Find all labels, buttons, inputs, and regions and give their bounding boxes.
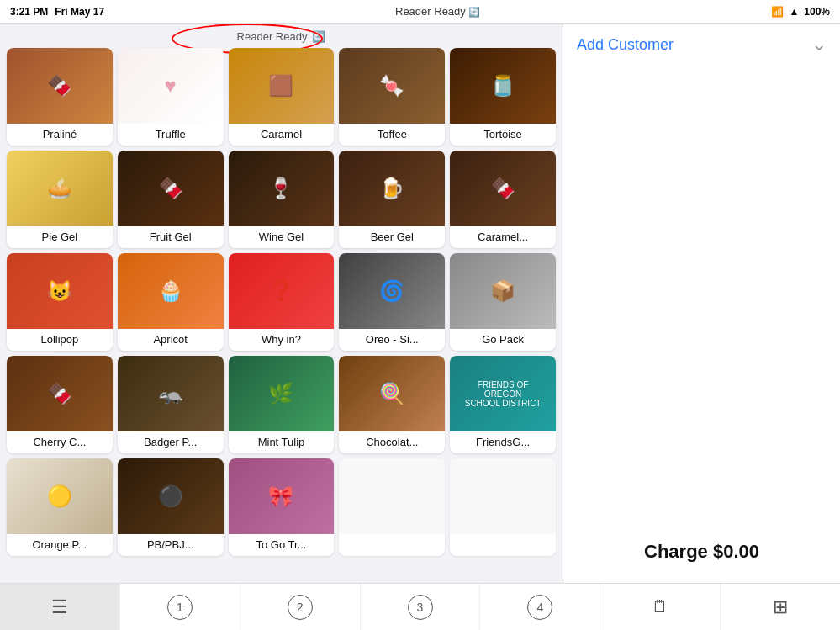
product-image-tortoise: 🫙 bbox=[450, 48, 556, 124]
status-bar: 3:21 PM Fri May 17 Reader Ready 🔄 📶 ▲ 10… bbox=[0, 0, 840, 24]
product-image-badger: 🦡 bbox=[118, 356, 224, 431]
product-card-friends[interactable]: FRIENDS OFOREGONSCHOOL DISTRICTFriendsG.… bbox=[450, 356, 556, 453]
charge-button[interactable]: Charge $0.00 bbox=[577, 531, 827, 573]
product-label-caramel: Caramel bbox=[229, 124, 335, 146]
nav-tab-2[interactable]: 2 bbox=[240, 584, 361, 630]
tab-circle-4: 4 bbox=[527, 595, 552, 620]
product-card-lollipop[interactable]: 😺Lollipop bbox=[7, 253, 113, 351]
product-card-togo-tr[interactable]: 🎀To Go Tr... bbox=[229, 458, 335, 556]
product-label-friends: FriendsG... bbox=[450, 431, 556, 453]
empty-slot-24 bbox=[450, 458, 556, 556]
product-card-gopack[interactable]: 📦Go Pack bbox=[450, 253, 556, 351]
product-label-beer-gel: Beer Gel bbox=[339, 226, 445, 248]
product-image-lollipop: 😺 bbox=[7, 253, 113, 329]
product-label-togo-tr: To Go Tr... bbox=[229, 534, 335, 556]
product-card-pbpbj[interactable]: ⚫PB/PBJ... bbox=[118, 458, 224, 556]
product-card-why[interactable]: ?Why in? bbox=[229, 253, 335, 351]
product-card-toffee[interactable]: 🍬Toffee bbox=[339, 48, 445, 146]
product-card-beer-gel[interactable]: 🍺Beer Gel bbox=[339, 151, 445, 248]
product-card-oreo[interactable]: 🌀Oreo - Si... bbox=[339, 253, 445, 351]
product-label-toffee: Toffee bbox=[339, 124, 445, 146]
product-image-mint-tulip: 🌿 bbox=[229, 356, 335, 431]
product-label-badger: Badger P... bbox=[118, 431, 224, 453]
product-label-oreo: Oreo - Si... bbox=[339, 329, 445, 351]
reader-sync-icon: 🔄 bbox=[312, 30, 325, 43]
product-card-caramel2[interactable]: 🍫Caramel... bbox=[450, 151, 556, 248]
empty-image-23 bbox=[339, 458, 445, 534]
empty-slot-23 bbox=[339, 458, 445, 556]
product-label-lollipop: Lollipop bbox=[7, 329, 113, 351]
wifi-icon: 📶 bbox=[771, 6, 784, 18]
product-label-mint-tulip: Mint Tulip bbox=[229, 431, 335, 453]
product-image-caramel: 🟫 bbox=[229, 48, 335, 124]
list-icon: 🗒 bbox=[652, 597, 668, 617]
empty-label-23 bbox=[339, 534, 445, 543]
product-card-fruit-gel[interactable]: 🍫Fruit Gel bbox=[118, 151, 224, 248]
nav-tab-4[interactable]: 4 bbox=[480, 584, 600, 630]
product-label-wine-gel: Wine Gel bbox=[229, 226, 335, 248]
nav-list-view[interactable]: 🗒 bbox=[600, 584, 721, 630]
menu-icon: ☰ bbox=[51, 596, 68, 618]
product-card-praline[interactable]: 🍫Praliné bbox=[7, 48, 113, 146]
product-image-toffee: 🍬 bbox=[339, 48, 445, 124]
status-right: 📶 ▲ 100% bbox=[771, 6, 830, 18]
time: 3:21 PM bbox=[10, 6, 48, 18]
product-label-truffle: Truffle bbox=[118, 124, 224, 146]
tab-circle-1: 1 bbox=[167, 595, 193, 620]
product-image-praline: 🍫 bbox=[7, 48, 113, 124]
product-image-gopack: 📦 bbox=[450, 253, 556, 329]
empty-image-24 bbox=[450, 458, 556, 534]
product-label-pie-gel: Pie Gel bbox=[7, 226, 113, 248]
main-layout: Reader Ready 🔄 🍫Praliné♥Truffle🟫Caramel🍬… bbox=[0, 24, 840, 583]
nav-tab-1[interactable]: 1 bbox=[120, 584, 240, 630]
right-panel: Add Customer ⌄ Charge $0.00 bbox=[563, 24, 840, 583]
product-image-why: ? bbox=[229, 253, 335, 329]
product-card-chocolate[interactable]: 🍭Chocolat... bbox=[339, 356, 445, 453]
product-label-gopack: Go Pack bbox=[450, 329, 556, 351]
add-customer-row: Add Customer ⌄ bbox=[577, 34, 827, 56]
product-image-oreo: 🌀 bbox=[339, 253, 445, 329]
tab-circle-3: 3 bbox=[408, 595, 433, 620]
product-area[interactable]: Reader Ready 🔄 🍫Praliné♥Truffle🟫Caramel🍬… bbox=[0, 24, 563, 583]
product-label-pbpbj: PB/PBJ... bbox=[118, 534, 224, 556]
product-card-orange[interactable]: 🟡Orange P... bbox=[7, 458, 113, 556]
product-image-pbpbj: ⚫ bbox=[118, 458, 224, 534]
nav-tab-3[interactable]: 3 bbox=[361, 584, 481, 630]
product-card-tortoise[interactable]: 🫙Tortoise bbox=[450, 48, 556, 146]
nav-grid-view[interactable]: ⊞ bbox=[721, 584, 840, 630]
product-image-apricot: 🧁 bbox=[118, 253, 224, 329]
product-label-tortoise: Tortoise bbox=[450, 124, 556, 146]
product-card-badger[interactable]: 🦡Badger P... bbox=[118, 356, 224, 453]
add-customer-chevron[interactable]: ⌄ bbox=[811, 34, 827, 56]
product-image-pie-gel: 🥧 bbox=[7, 151, 113, 226]
product-image-caramel2: 🍫 bbox=[450, 151, 556, 226]
nav-menu[interactable]: ☰ bbox=[0, 584, 120, 630]
empty-label-24 bbox=[450, 534, 556, 543]
product-card-apricot[interactable]: 🧁Apricot bbox=[118, 253, 224, 351]
grid-icon: ⊞ bbox=[773, 596, 788, 618]
product-image-cherry: 🍫 bbox=[7, 356, 113, 431]
product-label-praline: Praliné bbox=[7, 124, 113, 146]
reader-ready-label: Reader Ready 🔄 bbox=[395, 5, 480, 18]
product-label-chocolate: Chocolat... bbox=[339, 431, 445, 453]
add-customer-label[interactable]: Add Customer bbox=[577, 36, 674, 54]
product-image-chocolate: 🍭 bbox=[339, 356, 445, 431]
product-image-wine-gel: 🍷 bbox=[229, 151, 335, 226]
reader-ready-bar: Reader Ready 🔄 bbox=[3, 27, 559, 45]
status-left: 3:21 PM Fri May 17 bbox=[10, 6, 104, 18]
product-card-wine-gel[interactable]: 🍷Wine Gel bbox=[229, 151, 335, 248]
product-label-why: Why in? bbox=[229, 329, 335, 351]
battery: 100% bbox=[804, 6, 830, 18]
tab-circle-2: 2 bbox=[288, 595, 313, 620]
product-card-mint-tulip[interactable]: 🌿Mint Tulip bbox=[229, 356, 335, 453]
product-label-cherry: Cherry C... bbox=[7, 431, 113, 453]
product-card-cherry[interactable]: 🍫Cherry C... bbox=[7, 356, 113, 453]
product-card-caramel[interactable]: 🟫Caramel bbox=[229, 48, 335, 146]
product-image-friends: FRIENDS OFOREGONSCHOOL DISTRICT bbox=[450, 356, 556, 431]
product-image-truffle: ♥ bbox=[118, 48, 224, 124]
product-image-beer-gel: 🍺 bbox=[339, 151, 445, 226]
product-grid: 🍫Praliné♥Truffle🟫Caramel🍬Toffee🫙Tortoise… bbox=[3, 45, 559, 559]
product-label-fruit-gel: Fruit Gel bbox=[118, 226, 224, 248]
product-card-pie-gel[interactable]: 🥧Pie Gel bbox=[7, 151, 113, 248]
product-card-truffle[interactable]: ♥Truffle bbox=[118, 48, 224, 146]
